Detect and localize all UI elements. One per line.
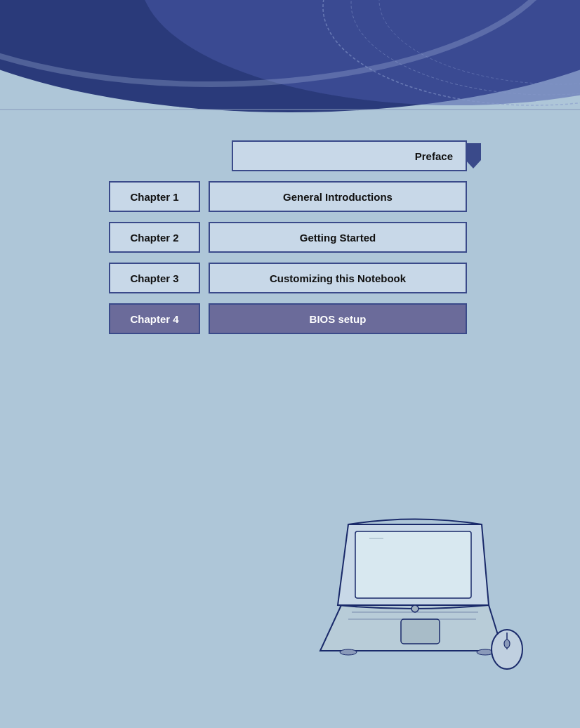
svg-rect-10 [355, 531, 471, 598]
chapter-2-row[interactable]: Chapter 2 Getting Started [109, 222, 467, 253]
chapter-3-row[interactable]: Chapter 3 Customizing this Notebook [109, 263, 467, 293]
chapter-1-label[interactable]: Chapter 1 [109, 181, 200, 212]
chapter-4-label[interactable]: Chapter 4 [109, 303, 200, 334]
svg-point-13 [340, 649, 357, 655]
chapter-3-label[interactable]: Chapter 3 [109, 263, 200, 293]
chapter-2-title[interactable]: Getting Started [209, 222, 467, 253]
svg-point-12 [411, 605, 418, 612]
svg-point-16 [504, 640, 510, 648]
chapter-4-title[interactable]: BIOS setup [209, 303, 467, 334]
divider-line [0, 109, 580, 110]
laptop-illustration [299, 482, 538, 686]
chapter-4-row[interactable]: Chapter 4 BIOS setup [109, 303, 467, 334]
content-area: Preface Chapter 1 General Introductions … [0, 119, 580, 728]
toc-container: Preface Chapter 1 General Introductions … [109, 140, 467, 344]
chapter-2-label[interactable]: Chapter 2 [109, 222, 200, 253]
chapter-3-title[interactable]: Customizing this Notebook [209, 263, 467, 293]
preface-label: Preface [415, 150, 453, 162]
top-banner [0, 0, 580, 112]
preface-box[interactable]: Preface [232, 140, 467, 171]
svg-rect-7 [401, 619, 440, 644]
svg-marker-6 [466, 143, 481, 168]
chapter-1-title[interactable]: General Introductions [209, 181, 467, 212]
arrow-down-icon [466, 143, 481, 168]
preface-row: Preface [109, 140, 467, 171]
chapter-1-row[interactable]: Chapter 1 General Introductions [109, 181, 467, 212]
